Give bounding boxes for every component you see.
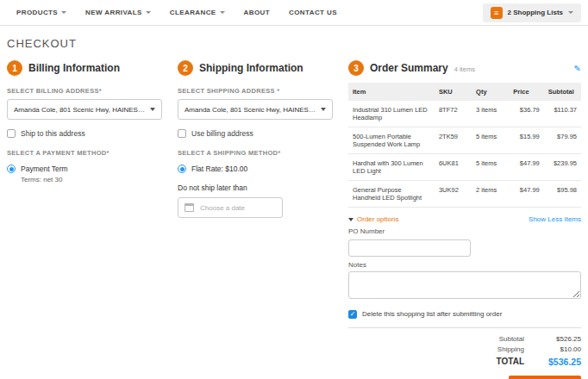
billing-address-select[interactable]: Amanda Cole, 801 Scenic Hwy, HAINES CI..… xyxy=(7,99,162,120)
nav-item-products[interactable]: PRODUCTS xyxy=(7,0,76,25)
item-price: $36.79 xyxy=(509,101,544,127)
chevron-down-icon xyxy=(61,11,66,14)
chevron-down-icon xyxy=(150,108,155,111)
shipping-value: $10.00 xyxy=(536,345,581,353)
item-price: $47.99 xyxy=(509,154,544,181)
triangle-down-icon xyxy=(348,218,353,221)
po-number-label: PO Number xyxy=(348,227,581,235)
chevron-down-icon xyxy=(220,11,225,14)
delete-list-row: ✓ Delete this shopping list after submit… xyxy=(348,310,581,319)
table-row: Industrial 310 Lumen LED Headlamp 8TF72 … xyxy=(348,101,581,127)
nav-item-about[interactable]: ABOUT xyxy=(235,0,279,25)
item-sku: 2TK59 xyxy=(435,127,472,154)
edit-pencil-icon[interactable]: ✎ xyxy=(574,64,581,73)
delete-list-checkbox[interactable]: ✓ xyxy=(348,310,357,319)
items-count: 4 items xyxy=(454,65,475,73)
ship-to-this-address-checkbox[interactable] xyxy=(7,129,16,138)
table-row: General Purpose Handheld LED Spotlight 3… xyxy=(348,181,581,208)
ship-to-this-address-row: Ship to this address xyxy=(7,129,162,138)
item-price: $47.99 xyxy=(509,181,544,208)
shipping-label: Shipping xyxy=(497,345,524,353)
nav-item-label: NEW ARRIVALS xyxy=(85,9,142,16)
date-placeholder: Choose a date xyxy=(200,204,245,212)
chevron-down-icon xyxy=(146,11,151,14)
section-title: Shipping Information xyxy=(199,62,303,74)
col-header-subtotal: Subtotal xyxy=(544,83,581,101)
shopping-lists-button[interactable]: ≡ 2 Shopping Lists xyxy=(483,3,581,22)
do-not-ship-later-label: Do not ship later than xyxy=(178,183,333,192)
item-sku: 6UK81 xyxy=(435,154,472,181)
item-qty: 5 items xyxy=(472,127,509,154)
flat-rate-radio[interactable] xyxy=(178,165,186,173)
total-label: TOTAL xyxy=(497,357,524,367)
billing-section: 1 Billing Information SELECT BILLING ADD… xyxy=(7,60,162,379)
subtotal-label: Subtotal xyxy=(499,335,524,343)
table-row: 500-Lumen Portable Suspended Work Lamp 2… xyxy=(348,127,581,154)
billing-address-value: Amanda Cole, 801 Scenic Hwy, HAINES CI..… xyxy=(14,106,145,114)
shopping-list-icon: ≡ xyxy=(491,7,503,19)
step-number-badge: 1 xyxy=(7,60,22,76)
shipping-address-value: Amanda Cole, 801 Scenic Hwy, HAINES CI..… xyxy=(185,106,316,114)
nav-item-label: PRODUCTS xyxy=(16,9,58,16)
col-header-item: Item xyxy=(348,83,435,101)
page-title: CHECKOUT xyxy=(7,37,581,50)
shipping-address-select[interactable]: Amanda Cole, 801 Scenic Hwy, HAINES CI..… xyxy=(178,99,333,120)
payment-term-radio[interactable] xyxy=(7,165,16,173)
table-header-row: Item SKU Qty Price Subtotal xyxy=(348,83,581,101)
delete-list-label: Delete this shopping list after submitti… xyxy=(362,310,502,318)
checkout-columns: 1 Billing Information SELECT BILLING ADD… xyxy=(0,60,588,379)
nav-item-new-arrivals[interactable]: NEW ARRIVALS xyxy=(76,0,160,25)
chevron-down-icon xyxy=(568,11,573,14)
order-summary-section: 3 Order Summary 4 items ✎ Item SKU Qty P… xyxy=(348,60,581,379)
shipping-row: Shipping $10.00 xyxy=(348,345,581,353)
table-row: Hardhat with 300 Lumen LED Light 6UK81 5… xyxy=(348,154,581,181)
order-options-toggle[interactable]: Order options xyxy=(348,215,398,223)
step-number-badge: 3 xyxy=(348,60,364,76)
use-billing-address-label: Use billing address xyxy=(191,129,253,138)
section-title: Order Summary xyxy=(370,62,448,74)
notes-label: Notes xyxy=(348,261,581,269)
shipping-address-label: SELECT SHIPPING ADDRESS * xyxy=(178,87,333,95)
billing-address-label: SELECT BILLING ADDRESS* xyxy=(7,87,162,95)
item-sku: 8TF72 xyxy=(435,101,472,127)
nav-item-label: ABOUT xyxy=(244,9,270,16)
item-subtotal: $239.95 xyxy=(544,154,581,181)
item-qty: 2 items xyxy=(472,181,509,208)
nav-item-clearance[interactable]: CLEARANCE xyxy=(160,0,235,25)
show-less-items-link[interactable]: Show Less Items xyxy=(529,215,581,223)
col-header-sku: SKU xyxy=(435,83,472,101)
item-qty: 5 items xyxy=(472,154,509,181)
col-header-price: Price xyxy=(509,83,544,101)
item-name: General Purpose Handheld LED Spotlight xyxy=(348,181,435,208)
nav-item-label: CONTACT US xyxy=(289,9,337,16)
notes-textarea[interactable] xyxy=(348,271,581,299)
total-value: $536.25 xyxy=(536,357,581,367)
section-title: Billing Information xyxy=(28,62,120,74)
item-name: Hardhat with 300 Lumen LED Light xyxy=(348,154,435,181)
po-number-input[interactable] xyxy=(348,239,471,257)
payment-method-label: SELECT A PAYMENT METHOD* xyxy=(7,149,162,157)
submit-row: Submit Order xyxy=(348,376,581,379)
subtotal-row: Subtotal $526.25 xyxy=(348,335,581,343)
subtotal-value: $526.25 xyxy=(536,335,581,343)
use-billing-address-checkbox[interactable] xyxy=(178,129,186,138)
calendar-icon xyxy=(185,203,194,212)
payment-term-row: Payment Term xyxy=(7,165,162,173)
total-row: TOTAL $536.25 xyxy=(348,357,581,367)
item-sku: 3UK92 xyxy=(435,181,472,208)
nav-item-contact-us[interactable]: CONTACT US xyxy=(279,0,347,25)
item-price: $15.99 xyxy=(509,127,544,154)
item-subtotal: $110.37 xyxy=(544,101,581,127)
shopping-lists-label: 2 Shopping Lists xyxy=(508,9,563,16)
item-qty: 3 items xyxy=(472,101,509,127)
totals-block: Subtotal $526.25 Shipping $10.00 TOTAL $… xyxy=(348,327,581,367)
shipping-section: 2 Shipping Information SELECT SHIPPING A… xyxy=(178,60,333,379)
submit-order-button[interactable]: Submit Order xyxy=(509,376,581,379)
order-items-table: Item SKU Qty Price Subtotal Industrial 3… xyxy=(348,83,581,208)
shipping-method-label: SELECT A SHIPPING METHOD* xyxy=(178,149,333,157)
step-number-badge: 2 xyxy=(178,60,193,76)
order-options-label: Order options xyxy=(357,215,398,223)
ship-date-input[interactable]: Choose a date xyxy=(178,197,283,218)
use-billing-address-row: Use billing address xyxy=(178,129,333,138)
payment-term-label: Payment Term xyxy=(21,165,68,173)
